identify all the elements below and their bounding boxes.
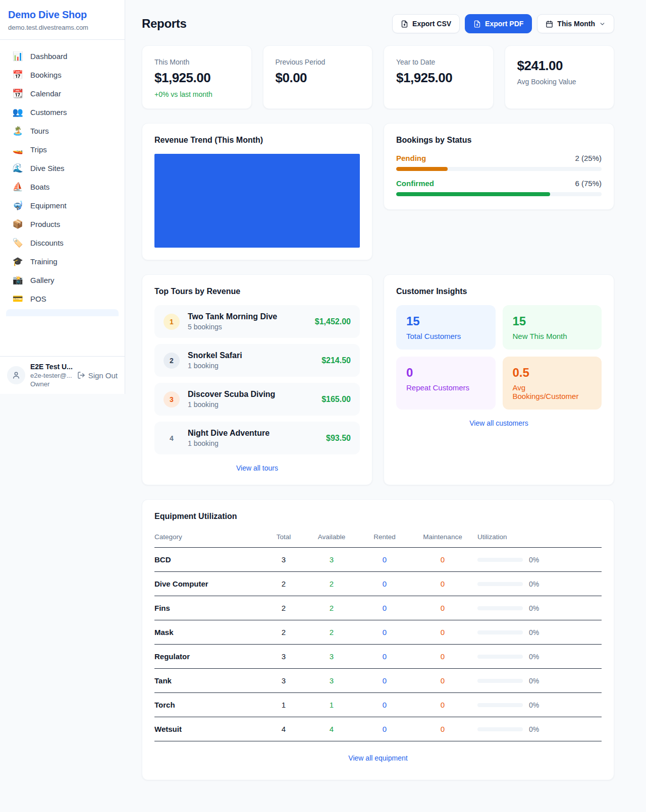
view-all-customers-link[interactable]: View all customers (469, 419, 528, 427)
equipment-category: Tank (154, 676, 263, 685)
sidebar-item-reports-active-partial[interactable] (6, 309, 119, 316)
sidebar-nav: 📊 Dashboard 📅 Bookings 📆 Calendar 👥 Cust… (0, 40, 125, 356)
tour-name: Two Tank Morning Dive (188, 312, 307, 321)
insights-row: Top Tours by Revenue 1 Two Tank Morning … (142, 274, 614, 485)
sidebar-item-customers[interactable]: 👥 Customers (6, 103, 119, 122)
equipment-utilization-card: Equipment Utilization Category Total Ava… (142, 499, 614, 780)
people-icon: 👥 (12, 108, 23, 117)
graduation-cap-icon: 🎓 (12, 257, 23, 266)
sidebar-item-products[interactable]: 📦 Products (6, 215, 119, 234)
rank-badge: 3 (164, 391, 180, 408)
main-content: Reports Export CSV Export PDF This Month… (126, 0, 646, 800)
sidebar-item-label: Tours (30, 127, 49, 135)
bar-chart-icon: 📊 (12, 52, 23, 61)
credit-card-icon: 💳 (12, 295, 23, 303)
sidebar-item-dive-sites[interactable]: 🌊 Dive Sites (6, 159, 119, 178)
table-row: Fins 2 2 0 0 0% (154, 596, 602, 620)
sidebar-item-label: Discounts (30, 239, 64, 247)
sign-out-label: Sign Out (88, 371, 118, 380)
status-label: Confirmed (396, 179, 434, 188)
table-row: Dive Computer 2 2 0 0 0% (154, 572, 602, 596)
table-row: Tank 3 3 0 0 0% (154, 669, 602, 693)
stat-card-avg-booking-value: $241.00 Avg Booking Value (505, 45, 615, 109)
sidebar-item-calendar[interactable]: 📆 Calendar (6, 84, 119, 103)
sign-out-button[interactable]: Sign Out (77, 371, 118, 380)
sidebar-item-discounts[interactable]: 🏷️ Discounts (6, 234, 119, 252)
equipment-category: Torch (154, 701, 263, 709)
sidebar-item-boats[interactable]: ⛵ Boats (6, 178, 119, 196)
sidebar-item-gallery[interactable]: 📸 Gallery (6, 271, 119, 289)
top-tours-card: Top Tours by Revenue 1 Two Tank Morning … (142, 274, 372, 485)
utilization-bar (477, 582, 523, 586)
tour-revenue: $93.50 (326, 434, 351, 443)
tour-bookings: 1 booking (188, 400, 313, 409)
status-row-pending: Pending 2 (25%) (396, 154, 602, 171)
sidebar-item-pos[interactable]: 💳 POS (6, 289, 119, 308)
shop-name: Demo Dive Shop (8, 9, 117, 21)
calendar-outline-icon (546, 20, 553, 28)
sidebar-item-label: Boats (30, 183, 49, 191)
column-header-available: Available (304, 533, 359, 541)
insight-value: 0.5 (513, 366, 592, 380)
view-all-equipment-link[interactable]: View all equipment (348, 754, 407, 762)
status-bar-track (396, 192, 602, 196)
avatar (7, 366, 25, 384)
insight-value: 15 (513, 314, 592, 328)
tour-name: Night Dive Adventure (188, 429, 318, 438)
rank-badge: 4 (164, 430, 180, 446)
sidebar-item-bookings[interactable]: 📅 Bookings (6, 66, 119, 84)
bookings-by-status-title: Bookings by Status (396, 136, 602, 145)
sidebar-item-training[interactable]: 🎓 Training (6, 252, 119, 271)
brand-block: Demo Dive Shop demo.test.divestreams.com (0, 0, 125, 40)
stat-card-year-to-date: Year to Date $1,925.00 (384, 45, 494, 109)
revenue-trend-title: Revenue Trend (This Month) (154, 136, 360, 145)
utilization-bar (477, 630, 523, 634)
stat-card-previous-period: Previous Period $0.00 (263, 45, 373, 109)
column-header-category: Category (154, 533, 263, 541)
table-row: Regulator 3 3 0 0 0% (154, 645, 602, 669)
sidebar-item-label: Trips (30, 145, 47, 154)
rank-badge: 1 (164, 314, 180, 330)
period-selector[interactable]: This Month (537, 14, 614, 33)
sidebar-item-label: Equipment (30, 201, 67, 210)
tour-bookings: 1 booking (188, 439, 318, 447)
stat-label: Year to Date (396, 58, 481, 66)
tour-revenue: $165.00 (321, 395, 351, 404)
column-header-utilization: Utilization (475, 533, 602, 541)
status-bar-fill (396, 192, 550, 196)
tour-list-item[interactable]: 2 Snorkel Safari 1 booking $214.50 (154, 344, 360, 377)
utilization-bar (477, 558, 523, 562)
tour-list-item[interactable]: 3 Discover Scuba Diving 1 booking $165.0… (154, 383, 360, 416)
insight-value: 15 (406, 314, 486, 328)
sidebar-item-label: Training (30, 257, 58, 266)
tour-bookings: 5 bookings (188, 323, 307, 331)
revenue-trend-card: Revenue Trend (This Month) (142, 123, 372, 260)
insights-grid: 15 Total Customers 15 New This Month 0 R… (396, 305, 602, 410)
equipment-category: Wetsuit (154, 725, 263, 733)
table-row: Torch 1 1 0 0 0% (154, 693, 602, 717)
island-icon: 🏝️ (12, 127, 23, 135)
customer-insights-title: Customer Insights (396, 287, 602, 296)
tour-list-item[interactable]: 1 Two Tank Morning Dive 5 bookings $1,45… (154, 305, 360, 338)
sidebar-item-dashboard[interactable]: 📊 Dashboard (6, 47, 119, 66)
insight-tile-repeat-customers: 0 Repeat Customers (396, 357, 496, 410)
view-all-tours-link[interactable]: View all tours (236, 464, 278, 472)
stat-label: Avg Booking Value (517, 78, 602, 86)
table-row: Mask 2 2 0 0 0% (154, 620, 602, 645)
utilization-bar (477, 703, 523, 707)
export-pdf-button[interactable]: Export PDF (465, 14, 532, 33)
equipment-category: BCD (154, 555, 263, 564)
stat-value: $1,925.00 (396, 70, 481, 86)
sidebar-item-trips[interactable]: 🚤 Trips (6, 140, 119, 159)
file-download-icon (401, 20, 408, 28)
logout-icon (77, 371, 85, 379)
camera-icon: 📸 (12, 276, 23, 284)
tour-revenue: $214.50 (321, 356, 351, 365)
sidebar-item-equipment[interactable]: 🤿 Equipment (6, 196, 119, 215)
calendar-date-icon: 📅 (12, 71, 23, 79)
tour-list-item[interactable]: 4 Night Dive Adventure 1 booking $93.50 (154, 422, 360, 454)
column-header-total: Total (263, 533, 304, 541)
status-value: 6 (75%) (575, 179, 602, 188)
sidebar-item-tours[interactable]: 🏝️ Tours (6, 122, 119, 140)
export-csv-button[interactable]: Export CSV (392, 14, 460, 33)
